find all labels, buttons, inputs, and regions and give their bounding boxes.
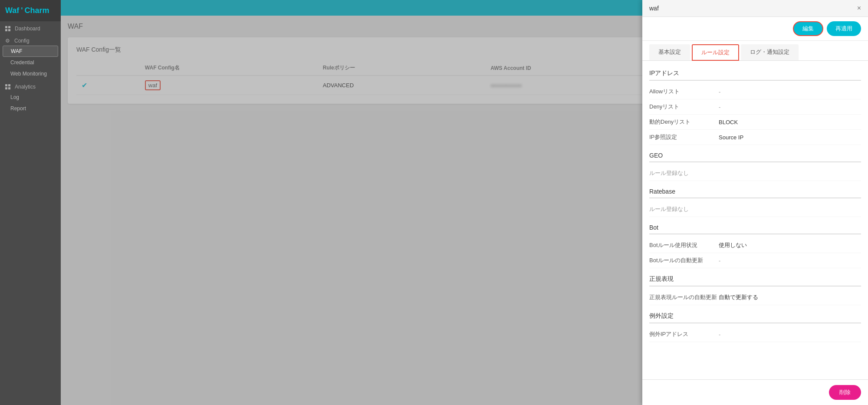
dashboard-label: Dashboard [15, 26, 40, 32]
config-icon: ⚙ [5, 38, 10, 44]
sidebar-item-credential[interactable]: Credential [0, 57, 61, 68]
edit-button[interactable]: 編集 [793, 21, 823, 36]
value-bot-usage: 使用しない [719, 241, 747, 249]
detail-panel: waf × 編集 再適用 基本設定 ルール設定 ログ・通知設定 IPアドレス A… [642, 0, 868, 405]
row-exception-ip: 例外IPアドレス - [649, 327, 861, 342]
value-exception-ip: - [719, 331, 720, 338]
sidebar-item-waf[interactable]: WAF [3, 46, 58, 57]
log-label: Log [10, 94, 19, 100]
analytics-label: Analytics [15, 84, 36, 90]
panel-actions: 編集 再適用 [642, 17, 868, 41]
sidebar-item-log[interactable]: Log [0, 92, 61, 103]
sidebar-item-dashboard[interactable]: Dashboard [0, 21, 61, 33]
row-bot-usage: Botルール使用状況 使用しない [649, 238, 861, 253]
row-bot-auto-update: Botルールの自動更新 - [649, 253, 861, 268]
value-deny-list: - [719, 104, 720, 110]
logo-charm: Charm [25, 6, 49, 15]
row-dynamic-deny-list: 動的Denyリスト BLOCK [649, 115, 861, 130]
panel-body: IPアドレス Allowリスト - Denyリスト - 動的Denyリスト BL… [642, 61, 868, 379]
logo-text: Waf [5, 6, 19, 15]
waf-label: WAF [11, 48, 22, 54]
credential-label: Credential [10, 59, 34, 66]
label-regex-auto-update: 正規表現ルールの自動更新 [649, 293, 719, 301]
label-bot-auto-update: Botルールの自動更新 [649, 257, 719, 264]
value-bot-auto-update: - [719, 257, 720, 264]
section-bot: Bot [649, 224, 861, 234]
label-exception-ip: 例外IPアドレス [649, 330, 719, 338]
section-exception: 例外設定 [649, 312, 861, 323]
logo-accent: ' [21, 6, 23, 15]
sidebar: Waf'Charm Dashboard ⚙ Config WAF Credent… [0, 0, 61, 405]
row-ip-reference: IP参照設定 Source IP [649, 130, 861, 145]
row-regex-auto-update: 正規表現ルールの自動更新 自動で更新する [649, 290, 861, 305]
value-geo-no-rule: ルール登録なし [649, 169, 689, 177]
sidebar-item-web-monitoring[interactable]: Web Monitoring [0, 68, 61, 79]
web-monitoring-label: Web Monitoring [10, 71, 47, 77]
label-deny-list: Denyリスト [649, 103, 719, 111]
tab-basic-settings[interactable]: 基本設定 [649, 44, 690, 60]
value-ratebase-no-rule: ルール登録なし [649, 205, 689, 213]
tab-log-notification[interactable]: ログ・通知設定 [741, 44, 799, 60]
delete-button[interactable]: 削除 [829, 385, 861, 400]
config-label: Config [14, 38, 30, 44]
tab-rule-settings[interactable]: ルール設定 [692, 44, 739, 61]
panel-tabs: 基本設定 ルール設定 ログ・通知設定 [642, 41, 868, 61]
value-dynamic-deny-list: BLOCK [719, 119, 738, 125]
sidebar-item-analytics[interactable]: Analytics [0, 79, 61, 92]
value-regex-auto-update: 自動で更新する [719, 293, 758, 301]
row-deny-list: Denyリスト - [649, 99, 861, 115]
analytics-icon [5, 84, 10, 89]
report-label: Report [10, 105, 26, 112]
row-allow-list: Allowリスト - [649, 84, 861, 99]
app-logo: Waf'Charm [0, 0, 61, 21]
dashboard-icon [5, 26, 10, 31]
row-geo-no-rule: ルール登録なし [649, 166, 861, 181]
sidebar-item-report[interactable]: Report [0, 103, 61, 114]
reapply-button[interactable]: 再適用 [827, 21, 861, 36]
panel-title: waf [649, 5, 659, 12]
label-bot-usage: Botルール使用状況 [649, 241, 719, 249]
panel-footer: 削除 [642, 379, 868, 405]
label-dynamic-deny-list: 動的Denyリスト [649, 118, 719, 126]
sidebar-item-config[interactable]: ⚙ Config [0, 33, 61, 46]
section-ip-address: IPアドレス [649, 69, 861, 81]
label-allow-list: Allowリスト [649, 88, 719, 95]
row-ratebase-no-rule: ルール登録なし [649, 202, 861, 217]
value-allow-list: - [719, 89, 720, 95]
value-ip-reference: Source IP [719, 134, 743, 141]
section-geo: GEO [649, 152, 861, 162]
section-regex: 正規表現 [649, 275, 861, 286]
panel-close-button[interactable]: × [857, 4, 861, 12]
panel-header: waf × [642, 0, 868, 17]
label-ip-reference: IP参照設定 [649, 133, 719, 141]
section-ratebase: Ratebase [649, 188, 861, 198]
